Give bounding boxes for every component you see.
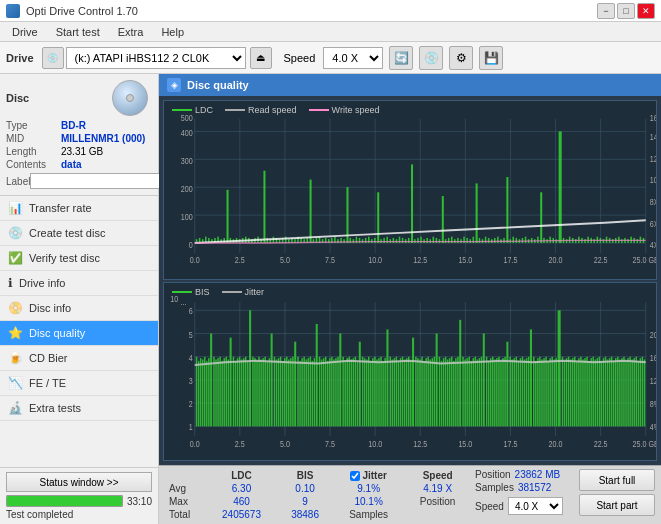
minimize-button[interactable]: − (597, 3, 615, 19)
sidebar-item-disc-info[interactable]: 📀 Disc info (0, 296, 158, 321)
speed-stat-dropdown[interactable]: 4.0 X 8.0 X (508, 497, 563, 515)
contents-val: data (61, 159, 82, 170)
legend-bis: BIS (172, 287, 210, 297)
svg-rect-293 (333, 359, 335, 426)
svg-rect-254 (249, 310, 251, 426)
svg-rect-399 (562, 356, 564, 426)
svg-rect-427 (619, 359, 621, 426)
svg-rect-104 (390, 239, 392, 243)
samples-label-cell: Samples (333, 508, 404, 521)
svg-rect-281 (308, 358, 310, 426)
svg-rect-237 (213, 356, 215, 426)
stats-total-row: Total 2405673 38486 Samples (165, 508, 471, 521)
bottom-chart-legend: BIS Jitter (168, 285, 268, 299)
svg-rect-302 (353, 358, 355, 426)
svg-rect-349 (453, 360, 455, 426)
disc-info-table: Type BD-R MID MILLENMR1 (000) Length 23.… (6, 120, 152, 189)
drive-dropdown[interactable]: (k:) ATAPI iHBS112 2 CL0K (66, 47, 246, 69)
header-speed: Speed (404, 469, 471, 482)
svg-rect-136 (488, 238, 490, 243)
menu-drive[interactable]: Drive (4, 24, 46, 40)
top-chart-svg: 0 100 200 300 400 500 4X 6X 8X 10X 12X 1… (164, 101, 656, 279)
sidebar-item-cd-bier[interactable]: 🍺 CD Bier (0, 346, 158, 371)
svg-rect-374 (506, 341, 508, 426)
disc-button[interactable]: 💿 (419, 46, 443, 70)
stats-panel: LDC BIS Jitter Speed (159, 465, 661, 524)
sidebar-item-disc-quality[interactable]: ⭐ Disc quality (0, 321, 158, 346)
drive-info-label: Drive info (19, 277, 65, 289)
svg-text:10.0: 10.0 (368, 437, 382, 448)
samples-row: Samples 381572 (475, 482, 575, 493)
position-row: Position 23862 MB (475, 469, 575, 480)
svg-text:3: 3 (189, 374, 193, 385)
svg-rect-336 (425, 358, 427, 426)
sidebar-item-fe-te[interactable]: 📉 FE / TE (0, 371, 158, 396)
svg-rect-100 (377, 192, 379, 243)
status-bar-container: Status window >> 33:10 Test completed (0, 467, 158, 524)
svg-rect-233 (204, 356, 206, 426)
sidebar-item-extra-tests[interactable]: 🔬 Extra tests (0, 396, 158, 421)
svg-text:12.5: 12.5 (413, 437, 427, 448)
svg-text:22.5: 22.5 (594, 437, 608, 448)
svg-rect-430 (625, 360, 627, 426)
fe-te-label: FE / TE (29, 377, 66, 389)
speed-dropdown[interactable]: 4.0 X 8.0 X (323, 47, 383, 69)
svg-rect-275 (294, 341, 296, 426)
svg-text:8%: 8% (650, 398, 656, 409)
jitter-checkbox-cell: Jitter (333, 469, 404, 482)
svg-rect-412 (588, 360, 590, 426)
svg-rect-182 (630, 237, 632, 243)
sidebar-item-verify-test-disc[interactable]: ✅ Verify test disc (0, 246, 158, 271)
sidebar-item-transfer-rate[interactable]: 📊 Transfer rate (0, 196, 158, 221)
svg-rect-386 (533, 356, 535, 426)
svg-rect-310 (370, 360, 372, 426)
svg-rect-398 (558, 310, 561, 426)
svg-text:6: 6 (189, 305, 193, 316)
legend-read-speed: Read speed (225, 105, 297, 115)
stats-data-table: LDC BIS Jitter Speed (165, 469, 471, 521)
main-content: Disc Type BD-R MID MILLENMR1 (000) Len (0, 74, 661, 524)
start-part-button[interactable]: Start part (579, 494, 655, 516)
svg-rect-377 (514, 358, 516, 426)
svg-text:0: 0 (189, 240, 193, 250)
svg-rect-284 (314, 358, 316, 426)
svg-rect-422 (609, 358, 611, 426)
status-window-button[interactable]: Status window >> (6, 472, 152, 492)
svg-rect-238 (215, 359, 217, 426)
svg-rect-305 (359, 341, 361, 426)
position-val: 23862 MB (515, 469, 561, 480)
svg-rect-78 (310, 180, 312, 243)
disc-type-row: Type BD-R (6, 120, 152, 131)
disc-circle (112, 80, 148, 116)
sidebar-item-drive-info[interactable]: ℹ Drive info (0, 271, 158, 296)
svg-rect-247 (235, 360, 237, 426)
svg-rect-438 (642, 356, 644, 426)
menu-help[interactable]: Help (153, 24, 192, 40)
svg-text:5.0: 5.0 (280, 256, 290, 266)
svg-rect-274 (292, 356, 294, 426)
svg-text:15.0: 15.0 (458, 256, 472, 266)
sidebar-item-create-test-disc[interactable]: 💿 Create test disc (0, 221, 158, 246)
start-full-button[interactable]: Start full (579, 469, 655, 491)
close-button[interactable]: ✕ (637, 3, 655, 19)
jitter-checkbox[interactable] (350, 471, 360, 481)
svg-rect-322 (396, 356, 398, 426)
svg-rect-273 (290, 358, 292, 426)
legend-write-speed: Write speed (309, 105, 380, 115)
svg-rect-423 (611, 356, 613, 426)
svg-rect-410 (584, 358, 586, 426)
menu-start-test[interactable]: Start test (48, 24, 108, 40)
svg-rect-397 (556, 358, 558, 426)
settings-button[interactable]: ⚙ (449, 46, 473, 70)
maximize-button[interactable]: □ (617, 3, 635, 19)
eject-button[interactable]: ⏏ (250, 47, 272, 69)
save-button[interactable]: 💾 (479, 46, 503, 70)
cd-bier-label: CD Bier (29, 352, 68, 364)
svg-rect-250 (241, 359, 243, 426)
drive-select-group: 💿 (k:) ATAPI iHBS112 2 CL0K (42, 47, 246, 69)
menu-extra[interactable]: Extra (110, 24, 152, 40)
refresh-button[interactable]: 🔄 (389, 46, 413, 70)
label-input[interactable] (30, 173, 163, 189)
svg-rect-323 (398, 360, 400, 426)
legend-ldc: LDC (172, 105, 213, 115)
